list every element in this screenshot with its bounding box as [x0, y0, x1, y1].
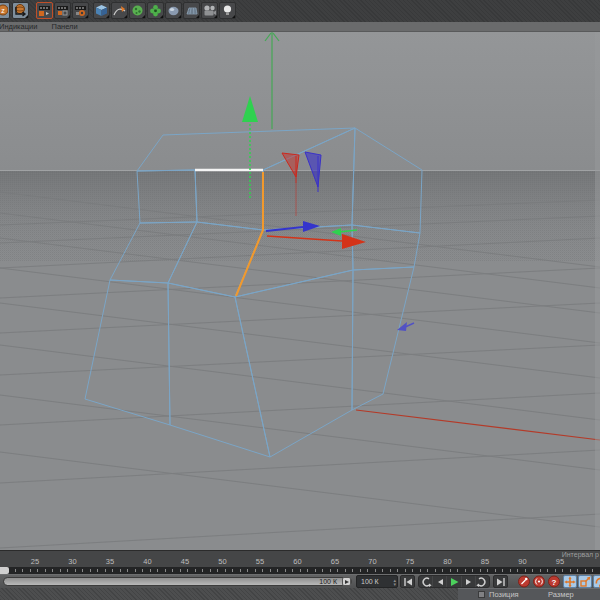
submenu-arrow-icon [160, 15, 163, 18]
viewport-3d[interactable] [0, 32, 600, 550]
keyframe-help-button[interactable]: ? [547, 575, 561, 588]
size-column-label: Размер [548, 590, 574, 599]
ruler-label: 75 [406, 557, 414, 566]
menu-item-indicators[interactable]: Индикации [0, 22, 43, 32]
coordinate-system-icon[interactable]: z [0, 2, 10, 19]
ruler-label: 70 [368, 557, 376, 566]
metaball-icon[interactable] [165, 2, 182, 19]
ruler-ticks[interactable] [0, 567, 600, 574]
svg-text:?: ? [552, 578, 557, 587]
spline-pen-icon[interactable] [111, 2, 128, 19]
transport-bar: 100 К 100 К ▴▾ [0, 574, 600, 588]
svg-text:z: z [1, 7, 5, 14]
render-region-icon[interactable] [54, 2, 71, 19]
generators-icon[interactable] [129, 2, 146, 19]
modifiers-icon[interactable] [147, 2, 164, 19]
ruler-label: 90 [518, 557, 526, 566]
position-column-label: Позиция [489, 590, 519, 599]
frame-stepper-icon[interactable]: ▴▾ [393, 578, 396, 586]
world-axis-icon[interactable] [12, 2, 29, 19]
menu-item-panels[interactable]: Панели [45, 22, 83, 32]
record-rotation-toggle[interactable] [593, 575, 600, 588]
submenu-arrow-icon [196, 15, 199, 18]
ruler-label: 65 [331, 557, 339, 566]
ruler-label: 55 [256, 557, 264, 566]
ruler-labels: 253035404550556065707580859095 [0, 557, 600, 567]
coordinates-checkbox[interactable] [478, 591, 485, 598]
ruler-label: 60 [293, 557, 301, 566]
viewport-menubar: Индикации Панели [0, 22, 600, 32]
goto-end-button[interactable] [493, 575, 508, 588]
timeline-range-start-handle[interactable] [0, 567, 9, 574]
play-forwards-button[interactable] [476, 576, 489, 587]
ruler-label: 45 [181, 557, 189, 566]
record-position-toggle[interactable] [563, 575, 577, 588]
light-icon[interactable] [219, 2, 236, 19]
autokeying-button[interactable] [532, 575, 546, 588]
submenu-arrow-icon [106, 15, 109, 18]
application-window: z [0, 0, 600, 600]
range-slider-value: 100 К [319, 578, 337, 586]
submenu-arrow-icon [214, 15, 217, 18]
record-scale-toggle[interactable] [578, 575, 592, 588]
bottom-bar-texture [0, 588, 458, 600]
submenu-arrow-icon [178, 15, 181, 18]
ruler-label: 50 [218, 557, 226, 566]
add-cube-icon[interactable] [93, 2, 110, 19]
ruler-label: 40 [143, 557, 151, 566]
scene-grid-icon[interactable] [183, 2, 200, 19]
submenu-arrow-icon [232, 15, 235, 18]
submenu-arrow-icon [142, 15, 145, 18]
timeline-range-slider[interactable]: 100 К [3, 577, 352, 586]
coordinates-panel-header: Позиция Размер [458, 588, 600, 600]
range-slider-handle[interactable] [342, 577, 351, 586]
goto-start-button[interactable] [400, 575, 415, 588]
submenu-arrow-icon [124, 15, 127, 18]
previous-frame-button[interactable] [433, 576, 447, 587]
end-frame-value: 100 К [361, 578, 379, 585]
timeline-ruler[interactable]: Интервал р 25303540455055606570758085909… [0, 550, 600, 574]
record-keyframe-button[interactable] [517, 575, 531, 588]
ruler-label: 95 [556, 557, 564, 566]
viewport-right-border [595, 32, 600, 550]
render-settings-icon[interactable] [72, 2, 89, 19]
viewport-scene [0, 32, 600, 550]
render-view-icon[interactable] [36, 2, 53, 19]
end-frame-field[interactable]: 100 К ▴▾ [356, 575, 398, 588]
playback-group [418, 575, 490, 588]
ruler-label: 80 [443, 557, 451, 566]
next-frame-button[interactable] [462, 576, 476, 587]
viewport-background [0, 32, 600, 550]
camera-icon[interactable] [201, 2, 218, 19]
ruler-label: 30 [68, 557, 76, 566]
play-backwards-button[interactable] [419, 576, 433, 587]
bottom-bar: Позиция Размер [0, 588, 600, 600]
submenu-arrow-icon [67, 15, 70, 18]
top-toolbar: z [0, 0, 600, 23]
play-button[interactable] [447, 576, 461, 587]
ruler-label: 25 [31, 557, 39, 566]
ruler-label: 85 [481, 557, 489, 566]
submenu-arrow-icon [85, 15, 88, 18]
submenu-arrow-icon [25, 15, 28, 18]
ruler-label: 35 [106, 557, 114, 566]
